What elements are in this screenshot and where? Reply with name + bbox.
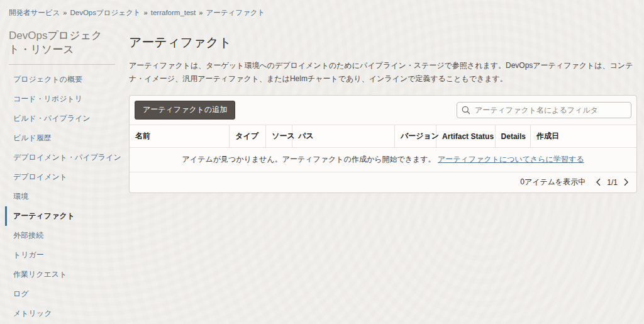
sidebar-item-build-pipelines[interactable]: ビルド・パイプライン <box>5 109 121 128</box>
pagination: 1/1 <box>596 178 629 187</box>
sidebar-item-deployments[interactable]: デプロイメント <box>5 167 121 187</box>
previous-page-button[interactable] <box>596 178 601 186</box>
column-header-source[interactable]: ソース <box>266 125 292 148</box>
sidebar-item-external-connections[interactable]: 外部接続 <box>5 226 121 245</box>
search-icon <box>462 106 470 115</box>
sidebar-item-project-overview[interactable]: プロジェクトの概要 <box>5 70 121 89</box>
sidebar-item-environments[interactable]: 環境 <box>5 187 121 206</box>
add-artifact-button[interactable]: アーティファクトの追加 <box>135 101 235 120</box>
chevron-right-icon <box>623 178 629 186</box>
next-page-button[interactable] <box>623 178 629 186</box>
breadcrumb-separator: » <box>199 9 203 16</box>
breadcrumb-separator: » <box>144 9 148 16</box>
sidebar-title-prefix: DevOps <box>9 30 47 42</box>
sidebar-item-logs[interactable]: ログ <box>5 284 121 304</box>
sidebar-item-triggers[interactable]: トリガー <box>5 245 121 265</box>
breadcrumb-link-devops-projects[interactable]: DevOpsプロジェクト <box>70 9 140 16</box>
artifact-filter-input[interactable] <box>457 102 631 118</box>
sidebar-title: DevOpsプロジェクト・リソース <box>9 29 116 57</box>
artifacts-table: 名前 タイプ ソース パス バージョン Artifact Status Deta… <box>130 125 636 172</box>
column-header-details[interactable]: Details <box>495 125 530 148</box>
sidebar-nav: プロジェクトの概要 コード・リポジトリ ビルド・パイプライン ビルド履歴 デプロ… <box>5 70 121 324</box>
panel-toolbar: アーティファクトの追加 <box>130 96 636 125</box>
page-description: アーティファクトは、ターゲット環境へのデプロイメントのためにパイプライン・ステー… <box>129 59 637 86</box>
empty-state-message: アイテムが見つかりません。アーティファクトの作成から開始できます。 <box>182 155 436 164</box>
sidebar-divider <box>9 64 115 65</box>
sidebar: DevOpsプロジェクト・リソース プロジェクトの概要 コード・リポジトリ ビル… <box>0 24 121 324</box>
page-indicator: 1/1 <box>607 178 618 187</box>
page-title: アーティファクト <box>129 34 637 51</box>
sidebar-item-work-requests[interactable]: 作業リクエスト <box>5 265 121 284</box>
artifacts-panel: アーティファクトの追加 名前 タイプ <box>129 95 637 193</box>
sidebar-item-code-repositories[interactable]: コード・リポジトリ <box>5 89 121 109</box>
learn-more-link[interactable]: アーティファクトについてさらに学習する <box>438 155 584 164</box>
chevron-left-icon <box>596 178 601 186</box>
empty-state-row: アイテムが見つかりません。アーティファクトの作成から開始できます。 アーティファ… <box>130 148 636 172</box>
column-header-path[interactable]: パス <box>292 125 395 148</box>
table-header-row: 名前 タイプ ソース パス バージョン Artifact Status Deta… <box>130 125 636 148</box>
breadcrumb: 開発者サービス»DevOpsプロジェクト»terraform_test»アーティ… <box>0 0 644 24</box>
breadcrumb-link-developer-services[interactable]: 開発者サービス <box>9 9 60 16</box>
table-footer: 0アイテムを表示中 1/1 <box>130 172 636 193</box>
column-header-created[interactable]: 作成日 <box>530 125 636 148</box>
sidebar-item-artifacts[interactable]: アーティファクト <box>5 206 121 226</box>
sidebar-item-build-history[interactable]: ビルド履歴 <box>5 128 121 148</box>
main-content: アーティファクト アーティファクトは、ターゲット環境へのデプロイメントのためにパ… <box>121 24 644 193</box>
breadcrumb-current-page: アーティファクト <box>206 9 265 16</box>
breadcrumb-link-project[interactable]: terraform_test <box>151 9 196 16</box>
empty-state-cell: アイテムが見つかりません。アーティファクトの作成から開始できます。 アーティファ… <box>130 148 636 172</box>
filter-search <box>457 102 631 118</box>
column-header-artifact-status[interactable]: Artifact Status <box>436 125 495 148</box>
column-header-name[interactable]: 名前 <box>130 125 230 148</box>
sidebar-item-deployment-pipelines[interactable]: デプロイメント・パイプライン <box>5 148 121 167</box>
column-header-type[interactable]: タイプ <box>230 125 266 148</box>
sidebar-item-metrics[interactable]: メトリック <box>5 304 121 323</box>
breadcrumb-separator: » <box>63 9 67 16</box>
items-shown-summary: 0アイテムを表示中 <box>520 177 586 187</box>
column-header-version[interactable]: バージョン <box>395 125 436 148</box>
